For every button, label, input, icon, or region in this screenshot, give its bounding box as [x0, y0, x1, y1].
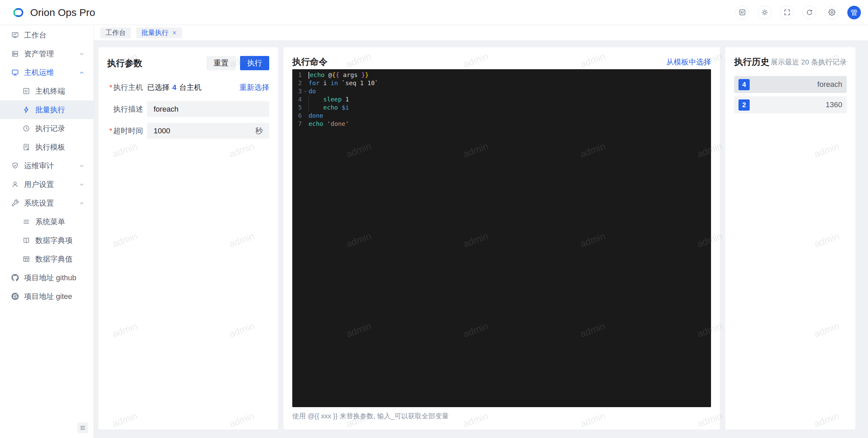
sidebar: 工作台资产管理主机运维主机终端批量执行执行记录执行模板运维审计用户设置系统设置系… — [0, 25, 94, 438]
sidebar-item-exec-records[interactable]: 执行记录 — [0, 119, 94, 138]
sidebar-item-label: 系统菜单 — [35, 217, 85, 227]
select-from-template-link[interactable]: 从模板中选择 — [666, 57, 711, 67]
params-actions: 重置 执行 — [206, 56, 269, 70]
line-number: 3 — [292, 87, 302, 95]
sidebar-nav: 工作台资产管理主机运维主机终端批量执行执行记录执行模板运维审计用户设置系统设置系… — [0, 26, 94, 306]
description-input[interactable] — [154, 105, 263, 114]
editor-hint: 使用 @{{ xxx }} 来替换参数, 输入_可以获取全部变量 — [292, 412, 711, 421]
settings-gear-button[interactable] — [825, 6, 839, 19]
sidebar-item-ops-audit[interactable]: 运维审计 — [0, 156, 94, 175]
line-number: 5 — [292, 103, 302, 112]
gutter-space — [302, 120, 309, 128]
host-value: 已选择 4 台主机 重新选择 — [147, 82, 269, 93]
sidebar-item-gitee[interactable]: 项目地址 gitee — [0, 287, 94, 306]
gutter-space — [302, 71, 309, 79]
sidebar-item-label: 系统设置 — [24, 198, 74, 208]
settings-gear-icon — [828, 9, 835, 16]
reselect-hosts-link[interactable]: 重新选择 — [239, 82, 269, 93]
sidebar-item-label: 工作台 — [24, 30, 85, 40]
book-icon — [22, 236, 30, 244]
sidebar-item-batch-exec[interactable]: 批量执行 — [0, 100, 94, 119]
code-editor[interactable]: 1echo @{{ args }}2for i in `seq 1 10`3do… — [292, 69, 711, 407]
sidebar-item-label: 主机终端 — [35, 86, 85, 96]
gutter-space — [302, 79, 309, 87]
fullscreen-icon — [784, 9, 791, 16]
run-button[interactable]: 执行 — [240, 56, 269, 70]
sidebar-item-label: 数据字典项 — [35, 235, 85, 246]
user-avatar[interactable]: 管 — [847, 6, 861, 19]
sidebar-item-label: 数据字典值 — [35, 254, 85, 264]
history-list: 4foreach21360 — [734, 76, 847, 117]
github-icon — [11, 274, 19, 282]
exec-count-badge: 2 — [738, 99, 750, 111]
sidebar-item-workbench[interactable]: 工作台 — [0, 26, 94, 44]
sidebar-item-label: 用户设置 — [24, 179, 74, 190]
description-input-wrap — [147, 101, 269, 117]
sidebar-item-dict-values[interactable]: 数据字典值 — [0, 250, 94, 268]
params-title: 执行参数 — [107, 57, 142, 69]
history-title: 执行历史 — [734, 56, 769, 68]
timeout-input[interactable] — [154, 127, 255, 135]
app-title: Orion Ops Pro — [30, 7, 95, 18]
code-line: 2for i in `seq 1 10` — [292, 79, 711, 87]
history-item[interactable]: 21360 — [734, 96, 847, 113]
theme-sun-icon — [761, 9, 768, 16]
timeout-label: 超时时间 — [107, 126, 143, 136]
refresh-button[interactable] — [803, 6, 816, 19]
code-text: done — [309, 112, 711, 120]
code-line: 3do — [292, 87, 711, 95]
template-icon — [22, 143, 30, 151]
sidebar-collapse-button[interactable] — [77, 422, 88, 433]
refresh-icon — [806, 9, 813, 16]
history-subtitle: 展示最近 20 条执行记录 — [771, 57, 847, 67]
sidebar-item-label: 资产管理 — [24, 49, 74, 59]
history-item[interactable]: 4foreach — [734, 76, 847, 93]
params-form: 执行主机 已选择 4 台主机 重新选择 执行描述 — [107, 80, 269, 145]
tab-批量执行[interactable]: 批量执行 — [136, 27, 182, 38]
code-text: for i in `seq 1 10` — [309, 79, 711, 87]
host-value-suffix: 台主机 — [179, 82, 201, 93]
theme-sun-button[interactable] — [758, 6, 771, 19]
tab-label: 工作台 — [105, 28, 126, 37]
reset-button[interactable]: 重置 — [206, 56, 236, 70]
sidebar-item-system-settings[interactable]: 系统设置 — [0, 194, 94, 212]
app-logo-icon — [11, 5, 25, 20]
exec-command-panel: 执行命令 从模板中选择 1echo @{{ args }}2for i in `… — [283, 47, 720, 430]
gutter-space — [302, 103, 309, 112]
code-text: echo $i — [309, 103, 711, 112]
code-lines: 1echo @{{ args }}2for i in `seq 1 10`3do… — [292, 71, 711, 128]
dashboard-icon — [11, 31, 19, 39]
tab-bar: 工作台批量执行 — [94, 25, 868, 41]
required-asterisk — [109, 127, 113, 135]
fold-icon[interactable] — [302, 87, 309, 95]
sidebar-item-github[interactable]: 项目地址 github — [0, 268, 94, 287]
host-icon — [11, 69, 19, 76]
tab-工作台[interactable]: 工作台 — [100, 27, 131, 38]
close-icon[interactable] — [172, 30, 177, 35]
sidebar-item-dict-keys[interactable]: 数据字典项 — [0, 231, 94, 250]
history-item-label: 1360 — [826, 100, 842, 109]
sidebar-item-label: 执行记录 — [35, 123, 85, 134]
code-text: echo 'done' — [309, 120, 711, 128]
sidebar-item-exec-templates[interactable]: 执行模板 — [0, 138, 94, 156]
sidebar-item-assets[interactable]: 资产管理 — [0, 44, 94, 63]
sidebar-item-user-settings[interactable]: 用户设置 — [0, 175, 94, 194]
menu-fold-icon — [80, 425, 86, 431]
sidebar-item-host-terminal[interactable]: 主机终端 — [0, 82, 94, 100]
sidebar-item-system-menu[interactable]: 系统菜单 — [0, 212, 94, 231]
history-panel-head: 执行历史 展示最近 20 条执行记录 — [734, 56, 847, 68]
code-line: 7echo 'done' — [292, 120, 711, 128]
sidebar-item-label: 项目地址 gitee — [24, 291, 85, 302]
history-icon — [22, 125, 30, 132]
terminal-icon — [22, 87, 30, 95]
sidebar-item-label: 执行模板 — [35, 142, 85, 152]
code-line: 6done — [292, 112, 711, 120]
bolt-icon — [22, 106, 30, 114]
assets-icon — [11, 50, 19, 58]
fullscreen-button[interactable] — [780, 6, 794, 19]
code-square-button[interactable] — [735, 6, 749, 19]
line-number: 4 — [292, 95, 302, 103]
sidebar-item-host-ops[interactable]: 主机运维 — [0, 63, 94, 82]
sidebar-item-label: 批量执行 — [35, 105, 85, 115]
app-root: Orion Ops Pro 管 工作台资产管理主机运维主机终端批量执行执行记录执… — [0, 0, 868, 438]
